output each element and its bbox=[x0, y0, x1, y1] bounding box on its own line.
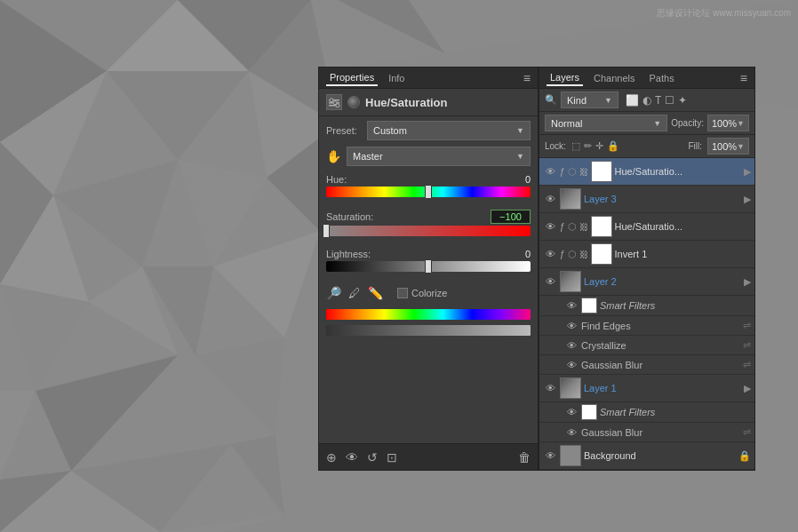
layer-item-hue-saturation-2[interactable]: 👁 ƒ ⬡ ⛓ Hue/Saturatio... bbox=[539, 213, 754, 241]
clip-icon[interactable]: ⊡ bbox=[387, 450, 397, 465]
visibility-eye-layer1[interactable]: 👁 bbox=[543, 381, 557, 395]
layer-name-layer2: Layer 2 bbox=[584, 276, 741, 287]
tab-properties[interactable]: Properties bbox=[326, 70, 378, 86]
visibility-eye-hue-sat-2[interactable]: 👁 bbox=[543, 219, 557, 234]
clip-icon-hue-sat-top: ƒ bbox=[560, 167, 565, 177]
clip-icon-hue-sat-2: ƒ bbox=[560, 222, 565, 232]
visibility-eye-invert1[interactable]: 👁 bbox=[543, 247, 557, 261]
adjustment-icon bbox=[326, 94, 342, 110]
layer-item-hue-saturation-top[interactable]: 👁 ƒ ⬡ ⛓ Hue/Saturatio... ▶ bbox=[539, 158, 754, 186]
hue-label: Hue: bbox=[326, 174, 347, 185]
visibility-gaussian-layer1[interactable]: 👁 bbox=[564, 425, 579, 440]
properties-bottom-toolbar: ⊕ 👁 ↺ ⊡ 🗑 bbox=[319, 443, 538, 470]
pixel-filter-icon[interactable]: ⬜ bbox=[626, 94, 639, 107]
layers-menu-icon[interactable]: ≡ bbox=[740, 71, 747, 85]
eyedropper-icon[interactable]: 🔎 bbox=[326, 286, 341, 300]
layer-name-layer1: Layer 1 bbox=[584, 383, 741, 393]
shape-filter-icon[interactable]: ☐ bbox=[665, 94, 674, 107]
visibility-eye-smart-layer2[interactable]: 👁 bbox=[564, 298, 579, 313]
smart-filters-label-layer1: 👁 Smart Filters bbox=[539, 402, 754, 423]
chain-hue-sat-top: ⬡ bbox=[568, 166, 577, 178]
svg-marker-13 bbox=[0, 284, 89, 391]
lock-pixels-icon[interactable]: ✏ bbox=[584, 140, 592, 152]
eyedropper-minus-icon[interactable]: ✏️ bbox=[368, 286, 383, 300]
lock-position-icon[interactable]: ✛ bbox=[595, 140, 603, 152]
hue-value: 0 bbox=[504, 174, 531, 185]
lock-all-icon[interactable]: 🔒 bbox=[607, 140, 619, 152]
filter-item-gaussian-blur-layer2[interactable]: 👁 Gaussian Blur ⇌ bbox=[539, 355, 754, 375]
colorize-checkbox-group: Colorize bbox=[397, 288, 447, 298]
visibility-eye-hue-sat-top[interactable]: 👁 bbox=[543, 164, 557, 179]
tab-paths[interactable]: Paths bbox=[646, 71, 678, 85]
colorize-checkbox[interactable] bbox=[397, 288, 408, 298]
type-filter-icon[interactable]: T bbox=[655, 94, 661, 107]
add-to-layers-icon[interactable]: ⊕ bbox=[326, 450, 337, 465]
smart-filter-thumb-layer2 bbox=[581, 298, 597, 314]
svg-marker-24 bbox=[231, 435, 284, 515]
visibility-crystallize[interactable]: 👁 bbox=[564, 338, 579, 353]
fill-input[interactable]: 100% ▼ bbox=[707, 138, 749, 155]
tab-info[interactable]: Info bbox=[385, 71, 408, 85]
filter-adjust-gaussian-layer1[interactable]: ⇌ bbox=[743, 426, 751, 438]
tab-layers[interactable]: Layers bbox=[547, 70, 583, 86]
svg-marker-19 bbox=[196, 337, 284, 435]
smart-filter-icon[interactable]: ✦ bbox=[678, 94, 687, 107]
visibility-eye-layer2[interactable]: 👁 bbox=[543, 274, 557, 289]
kind-dropdown[interactable]: Kind ▼ bbox=[561, 91, 618, 108]
layer-item-layer1[interactable]: 👁 Layer 1 ▶ bbox=[539, 375, 754, 402]
opacity-input[interactable]: 100% ▼ bbox=[707, 115, 749, 131]
lock-transparent-icon[interactable]: ⬚ bbox=[571, 140, 580, 152]
filter-item-crystallize[interactable]: 👁 Crystallize ⇌ bbox=[539, 336, 754, 355]
blend-mode-dropdown[interactable]: Normal ▼ bbox=[545, 115, 667, 131]
hand-icon: ✋ bbox=[326, 149, 341, 163]
colorize-label: Colorize bbox=[411, 288, 447, 298]
filter-adjust-find-edges[interactable]: ⇌ bbox=[743, 320, 751, 331]
visibility-toggle-icon[interactable]: 👁 bbox=[346, 450, 358, 465]
channel-dropdown[interactable]: Master ▼ bbox=[347, 147, 531, 166]
chain-invert1: ⬡ bbox=[568, 249, 577, 260]
filter-item-gaussian-blur-layer1[interactable]: 👁 Gaussian Blur ⇌ bbox=[539, 423, 754, 442]
layer-name-invert1: Invert 1 bbox=[615, 249, 751, 259]
tab-channels[interactable]: Channels bbox=[590, 71, 638, 85]
layer-name-hue-sat-top: Hue/Saturatio... bbox=[615, 166, 741, 177]
delete-icon[interactable]: 🗑 bbox=[518, 450, 531, 465]
filter-adjust-crystallize[interactable]: ⇌ bbox=[743, 339, 751, 351]
visibility-gaussian-layer2[interactable]: 👁 bbox=[564, 358, 579, 372]
filter-item-find-edges[interactable]: 👁 Find Edges ⇌ bbox=[539, 316, 754, 336]
link-icon-invert1: ⛓ bbox=[579, 250, 588, 259]
thumbnail-layer2 bbox=[560, 271, 581, 292]
svg-marker-6 bbox=[107, 71, 249, 160]
visibility-eye-layer3[interactable]: 👁 bbox=[543, 192, 557, 206]
saturation-slider-track[interactable] bbox=[326, 226, 531, 236]
layers-panel: Layers Channels Paths ≡ 🔍 Kind ▼ ⬜ ◐ T ☐… bbox=[539, 67, 755, 471]
layer-name-background: Background bbox=[584, 450, 736, 461]
reset-icon[interactable]: ↺ bbox=[367, 450, 378, 465]
lightness-value: 0 bbox=[504, 249, 531, 259]
layer-item-invert1[interactable]: 👁 ƒ ⬡ ⛓ Invert 1 bbox=[539, 241, 754, 268]
lightness-slider-track[interactable] bbox=[326, 261, 531, 272]
layer-list: 👁 ƒ ⬡ ⛓ Hue/Saturatio... ▶ 👁 Layer 3 ▶ 👁… bbox=[539, 158, 754, 470]
thumbnail-layer3 bbox=[560, 188, 581, 210]
visibility-find-edges[interactable]: 👁 bbox=[564, 319, 579, 333]
saturation-value[interactable]: −100 bbox=[491, 210, 531, 224]
smart-filter-thumb-layer1 bbox=[581, 404, 597, 420]
preset-dropdown[interactable]: Custom ▼ bbox=[367, 121, 531, 140]
visibility-eye-smart-layer1[interactable]: 👁 bbox=[564, 405, 579, 419]
properties-menu-icon[interactable]: ≡ bbox=[523, 71, 531, 85]
tools-row: 🔎 🖊 ✏️ Colorize bbox=[319, 281, 538, 306]
svg-marker-16 bbox=[213, 231, 320, 337]
eyedropper-plus-icon[interactable]: 🖊 bbox=[348, 286, 361, 300]
layer-item-layer3[interactable]: 👁 Layer 3 ▶ bbox=[539, 186, 754, 213]
visibility-eye-background[interactable]: 👁 bbox=[543, 449, 557, 463]
hue-slider-track[interactable] bbox=[326, 187, 531, 197]
filter-adjust-gaussian-layer2[interactable]: ⇌ bbox=[743, 359, 751, 370]
layer-item-background[interactable]: 👁 Background 🔒 bbox=[539, 442, 754, 470]
filter-name-gaussian-layer1: Gaussian Blur bbox=[581, 427, 740, 438]
svg-point-33 bbox=[336, 104, 339, 107]
scroll-arrow-3: ▶ bbox=[744, 276, 751, 288]
adjustment-filter-icon[interactable]: ◐ bbox=[642, 94, 651, 107]
properties-panel: Properties Info ≡ Hue/Saturation Preset bbox=[318, 67, 539, 471]
smart-filters-label-layer2: 👁 Smart Filters bbox=[539, 296, 754, 316]
layer-item-layer2[interactable]: 👁 Layer 2 ▶ bbox=[539, 268, 754, 296]
preset-row: Preset: Custom ▼ bbox=[319, 116, 538, 145]
